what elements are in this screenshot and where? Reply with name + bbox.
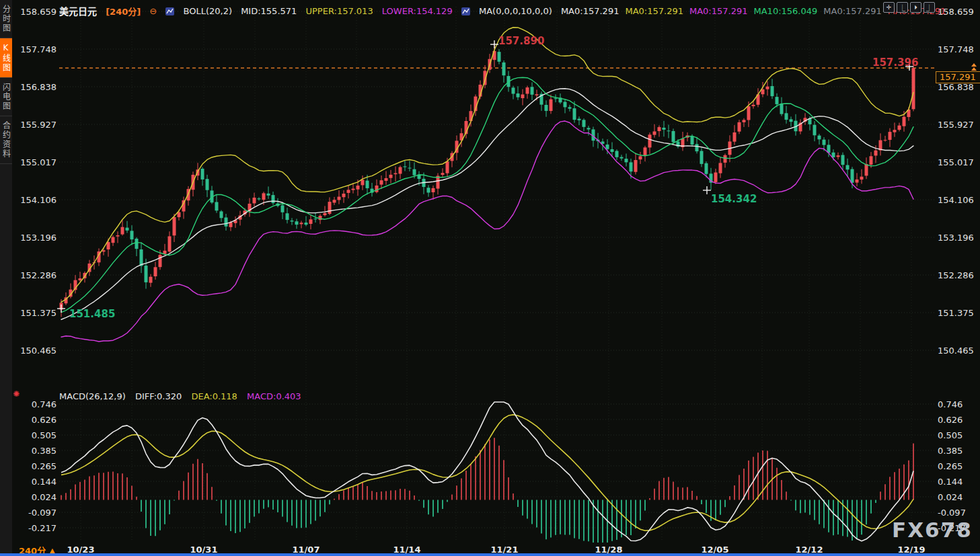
macd-axis-label: 0.746 [19,399,56,409]
macd-axis-label: 0.024 [19,491,56,502]
macd-label: MACD(26,12,9) [59,391,126,401]
chart-axis-left-icon[interactable]: ⎿ [897,2,908,13]
ma-indicator-icon[interactable] [461,7,470,15]
watermark: FX678 [892,518,973,542]
macd-axis-label: 0.626 [19,414,56,424]
price-annotation: 157.890 [498,35,544,47]
chart-header: 美元日元 [240分] ⊖ BOLL(20,2) MID:155.571 UPP… [59,4,958,15]
price-axis-label: 152.286 [19,270,56,280]
boll-lower-value: LOWER:154.129 [382,6,453,16]
macd-axis-label: 0.746 [938,399,963,409]
macd-axis-label: 0.505 [938,430,963,440]
price-annotation: 154.342 [711,193,757,205]
macd-axis-label: 0.024 [938,491,963,502]
macd-dea-value: DEA:0.118 [191,391,237,401]
chart-axis-right-icon[interactable]: ⏌ [924,2,935,13]
price-axis-label: 157.748 [19,44,56,54]
price-annotation: 157.396 [872,56,918,69]
price-axis-label: 155.017 [938,157,974,167]
price-axis-label: 153.196 [938,233,974,243]
boll-label: BOLL(20,2) [184,6,233,16]
boll-mid-value: MID:155.571 [241,6,297,16]
sidebar-tab-3[interactable]: 闪电图 [0,78,12,116]
macd-macd-value: MACD:0.403 [247,391,301,401]
macd-axis-label: -0.217 [19,523,56,533]
price-axis-label: 150.465 [938,346,974,356]
crosshair-icon[interactable]: ✛ [883,2,895,13]
boll-upper-value: UPPER:157.013 [305,6,373,16]
macd-axis-label: 0.144 [938,477,963,487]
macd-axis-label: 0.265 [938,461,963,471]
price-annotation: 151.485 [69,308,115,320]
macd-axis-label: 0.626 [938,414,963,424]
current-price-tag: 157.291 [936,71,980,83]
price-axis-label: 151.375 [19,308,56,318]
macd-axis-label: 0.265 [19,461,56,471]
chart-play-icon[interactable]: ⏵ [910,2,921,13]
price-axis-label: 152.286 [938,270,974,280]
price-axis-label: 156.838 [19,82,56,92]
macd-header: MACD(26,12,9) DIFF:0.320 DEA:0.118 MACD:… [59,391,308,401]
bottom-divider-bar [0,553,980,556]
ma-label: MA(0,0,0,10,0,0) [479,6,552,16]
main-chart[interactable] [0,0,980,556]
price-axis-label: 150.465 [19,346,56,356]
macd-diff-value: DIFF:0.320 [135,391,182,401]
symbol-title: 美元日元 [59,6,97,17]
price-axis-label: 154.106 [938,195,974,205]
sidebar-tab-1[interactable]: 分时图 [0,0,12,38]
price-axis-label: 153.196 [19,233,56,243]
price-axis-label: 157.748 [938,44,974,54]
boll-indicator-icon[interactable] [165,7,174,15]
price-axis-label: 155.017 [19,157,56,167]
macd-axis-label: 0.505 [19,430,56,440]
price-axis-label: 151.375 [938,308,974,318]
sidebar-tab-4[interactable]: 合约资料 [0,116,12,164]
sidebar-tab-2[interactable]: K线图 [0,38,12,78]
ma-value-4: MA10:156.049 [754,6,818,16]
macd-axis-label: 0.144 [19,477,56,487]
ma-value-3: MA0:157.291 [689,6,748,16]
chart-toolbar: ✛⎿⏵⏌ [883,2,935,13]
period-label[interactable]: [240分] [106,7,141,17]
price-axis-label: 155.927 [19,120,56,130]
live-indicator-icon[interactable]: ✺ [13,390,20,398]
price-axis-label: 154.106 [19,195,56,205]
sidebar: 分时图K线图闪电图合约资料 [0,0,12,553]
macd-axis-label: -0.097 [19,508,56,518]
trading-terminal: 分时图K线图闪电图合约资料 ✺ 美元日元 [240分] ⊖ BOLL(20,2)… [0,0,980,556]
collapse-icon[interactable]: ⊖ [149,6,157,16]
macd-axis-label: 0.385 [19,445,56,455]
macd-axis-label: 0.385 [938,445,963,455]
price-up-arrow-icon [971,63,977,71]
current-price-value: 157.291 [940,72,976,82]
ma-value-5: MA0:157.291 [823,6,882,16]
ma-value-2: MA0:157.291 [625,6,683,16]
ma-value-1: MA0:157.291 [561,6,619,16]
price-axis-label: 155.927 [938,120,974,130]
price-axis-label: 158.659 [19,7,56,17]
macd-axis-label: -0.097 [938,508,966,518]
